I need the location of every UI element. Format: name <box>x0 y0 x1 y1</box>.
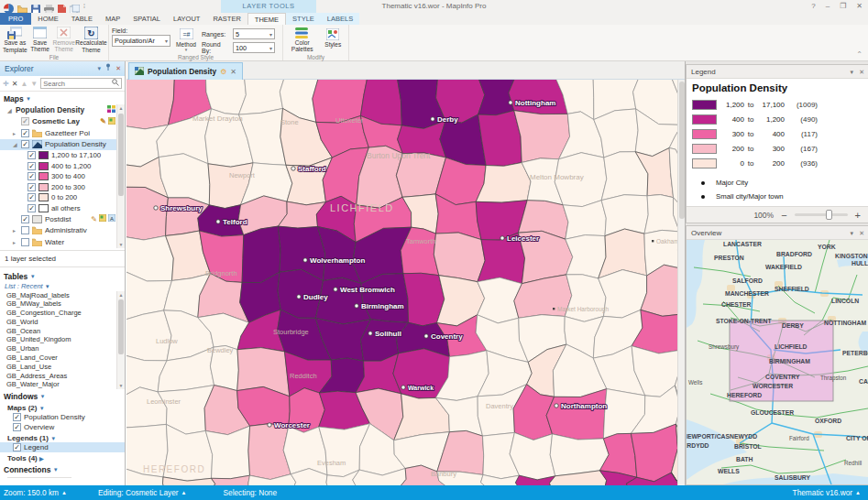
checkbox[interactable]: ✓ <box>27 204 36 212</box>
move-icon[interactable]: ✛ <box>3 80 9 88</box>
restore-button[interactable]: ❐ <box>840 0 846 13</box>
map-vertical-scrollbar[interactable] <box>677 80 685 485</box>
connections-section-header[interactable]: Connections ▼ <box>0 462 125 475</box>
window-item-map[interactable]: ✓Overview <box>0 422 125 432</box>
layer-item-postdist[interactable]: ✓Postdist✎A <box>0 213 125 225</box>
customize-quick-access-icon[interactable]: ⁞ <box>83 1 85 11</box>
edit-pencil-icon[interactable]: ✎ <box>91 215 97 223</box>
maps-section-header[interactable]: Maps ▼ <box>0 92 125 104</box>
ribbon-tab-theme[interactable]: THEME <box>247 13 286 25</box>
checkbox[interactable]: ✓ <box>13 413 21 421</box>
layer-item-gazetteer-poi[interactable]: ▸✓Gazetteer Poi <box>0 127 125 139</box>
checkbox[interactable]: ✓ <box>27 193 36 201</box>
ribbon-tab-style[interactable]: STYLE <box>286 13 321 25</box>
checkbox[interactable]: ✓ <box>21 140 29 148</box>
save-workspace-icon[interactable] <box>31 1 40 11</box>
theme-range-item[interactable]: ✓200 to 300 <box>0 182 125 193</box>
ranges-dropdown[interactable]: 5▾ <box>233 28 275 39</box>
table-item[interactable]: GB_Address_Areas <box>0 372 125 381</box>
tree-root-map[interactable]: ◢Population Density <box>0 104 125 116</box>
color-palettes-button[interactable]: Color Palettes <box>286 27 318 53</box>
checkbox[interactable]: ✓ <box>27 183 36 191</box>
checkbox[interactable]: ✓ <box>13 423 21 431</box>
table-item[interactable]: GB_World <box>0 318 125 327</box>
close-table-icon[interactable]: ✕ <box>12 80 18 88</box>
table-item[interactable]: GB_Ocean <box>0 327 125 336</box>
open-workspace-icon[interactable] <box>17 1 27 11</box>
recalculate-theme-button[interactable]: ↻ Recalculate Theme <box>77 27 105 53</box>
table-item[interactable]: GB_Land_Cover <box>0 353 125 363</box>
close-icon[interactable]: ✕ <box>859 65 864 79</box>
search-box[interactable] <box>40 78 122 89</box>
ribbon-tab-home[interactable]: HOME <box>31 13 65 25</box>
export-pdf-icon[interactable] <box>58 1 66 11</box>
ribbon-tab-raster[interactable]: RASTER <box>206 13 247 25</box>
zoom-slider[interactable] <box>795 213 848 216</box>
theme-range-item[interactable]: ✓0 to 200 <box>0 192 125 203</box>
checkbox[interactable]: ✓ <box>13 443 21 451</box>
checkbox[interactable]: ✓ <box>21 129 29 137</box>
ribbon-tab-labels[interactable]: LABELS <box>321 13 359 25</box>
checkbox[interactable]: ✓ <box>21 238 29 246</box>
pin-icon[interactable] <box>105 61 111 76</box>
zoom-out-button[interactable]: − <box>781 211 786 220</box>
collapse-ribbon-icon[interactable]: ⌃ <box>856 50 863 59</box>
ribbon-tab-layout[interactable]: LAYOUT <box>167 13 206 25</box>
layer-style-icon[interactable] <box>99 214 106 223</box>
ribbon-tab-spatial[interactable]: SPATIAL <box>126 13 167 25</box>
print-icon[interactable] <box>44 1 54 11</box>
close-icon[interactable]: ✕ <box>859 226 864 240</box>
checkbox[interactable]: ✓ <box>27 162 36 170</box>
layer-item-administrativ[interactable]: ▸✓Administrativ <box>0 225 125 237</box>
close-tab-icon[interactable]: ✕ <box>230 68 236 76</box>
field-dropdown[interactable]: Population/Ar▾ <box>112 35 170 47</box>
windows-legends-header[interactable]: Legends (1) ▼ <box>0 432 125 442</box>
tables-filter[interactable]: List : Recent ▼ <box>0 282 125 291</box>
table-item[interactable]: GB_MWay_labels <box>0 299 125 309</box>
table-item[interactable]: GB_United_Kingdom <box>0 335 125 344</box>
edit-pencil-icon[interactable]: ✎ <box>100 117 106 125</box>
thematic-map-canvas[interactable]: Market DraytonStoneUttoxeterNewportBurto… <box>126 80 677 485</box>
layer-labels-icon[interactable]: A <box>108 214 115 223</box>
save-as-template-button[interactable]: Save as Template <box>3 27 27 53</box>
windows-maps-header[interactable]: Maps (2) ▼ <box>0 402 125 412</box>
ribbon-tab-map[interactable]: MAP <box>99 13 126 25</box>
app-logo-icon[interactable] <box>4 1 14 11</box>
zoom-in-button[interactable]: + <box>855 211 861 220</box>
checkbox[interactable]: ✓ <box>21 226 29 234</box>
new-window-icon[interactable] <box>70 1 80 11</box>
tree-scrollbar[interactable]: ▲▼ <box>116 104 125 248</box>
status-selecting[interactable]: Selecting: None <box>223 488 277 497</box>
layer-item-population-density[interactable]: ◢✓Population Density <box>0 139 125 151</box>
checkbox[interactable]: ✓ <box>21 117 29 125</box>
round-by-dropdown[interactable]: 100▾ <box>233 42 275 53</box>
layer-item-cosmetic-lay[interactable]: ✓Cosmetic Lay✎ <box>0 116 125 128</box>
help-button[interactable]: ? <box>811 0 815 13</box>
search-input[interactable] <box>43 80 112 88</box>
save-theme-button[interactable]: Save Theme <box>29 27 51 53</box>
theme-icon[interactable] <box>107 105 115 114</box>
theme-range-item[interactable]: ✓1,200 to 17,100 <box>0 150 125 161</box>
windows-section-header[interactable]: Windows ▼ <box>0 389 125 402</box>
status-editing[interactable]: Editing: Cosmetic Layer▲ <box>98 488 187 497</box>
layer-style-icon[interactable] <box>108 117 115 126</box>
styles-button[interactable]: Styles <box>320 27 346 53</box>
checkbox[interactable]: ✓ <box>27 151 36 159</box>
table-item[interactable]: GB_Congestion_Charge <box>0 309 125 318</box>
close-button[interactable]: ✕ <box>856 0 863 13</box>
checkbox[interactable]: ✓ <box>27 172 36 180</box>
ribbon-tab-table[interactable]: TABLE <box>65 13 99 25</box>
method-button[interactable]: =# Method ▾ <box>172 27 200 53</box>
overview-map[interactable]: LANCASTERYORKPRESTONBRADFORDKINGSTON UPO… <box>687 240 868 484</box>
checkbox[interactable]: ✓ <box>21 215 29 223</box>
table-item[interactable]: GB_Water_Major <box>0 380 125 389</box>
minimize-button[interactable]: – <box>826 0 830 13</box>
window-item-map[interactable]: ✓Population Density <box>0 412 125 422</box>
chevron-down-icon[interactable]: ▾ <box>851 65 854 79</box>
table-item[interactable]: GB_Land_Use <box>0 363 125 372</box>
table-item[interactable]: GB_MajRoad_labels <box>0 291 125 300</box>
chevron-down-icon[interactable]: ▾ <box>851 226 854 240</box>
tables-scrollbar[interactable]: ▲▼ <box>116 291 125 390</box>
chevron-down-icon[interactable]: ▾ <box>98 61 102 76</box>
gear-icon[interactable]: ⚙ <box>220 68 226 76</box>
